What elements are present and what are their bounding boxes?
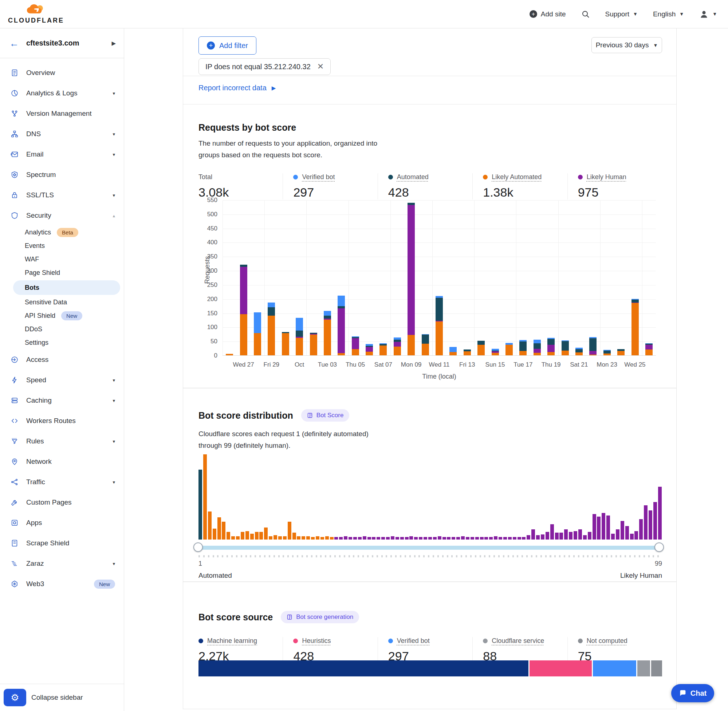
divider — [183, 76, 676, 76]
sidebar-item-events[interactable]: Events — [0, 239, 124, 253]
chart-bar-slot — [236, 200, 250, 356]
sidebar-item-dns[interactable]: DNS▾ — [0, 124, 124, 144]
close-icon[interactable]: ✕ — [317, 63, 324, 71]
stacked-bar — [632, 299, 639, 356]
legend-dot-icon — [483, 639, 488, 643]
histogram-bar-score-44 — [400, 537, 404, 540]
sidebar-item-spectrum[interactable]: Spectrum — [0, 165, 124, 185]
sidebar-item-sensitive-data[interactable]: Sensitive Data — [0, 296, 124, 309]
sidebar-item-security[interactable]: Security▴ — [0, 205, 124, 226]
chart-bar-slot — [348, 200, 362, 356]
sidebar-item-traffic[interactable]: Traffic▾ — [0, 472, 124, 492]
sidebar-item-scrape-shield[interactable]: Scrape Shield — [0, 533, 124, 553]
source-segment-heuristics — [530, 660, 592, 676]
date-range-select[interactable]: Previous 30 days ▼ — [591, 37, 662, 53]
collapse-sidebar-label[interactable]: Collapse sidebar — [31, 693, 83, 702]
sidebar-item-zaraz[interactable]: Zaraz▾ — [0, 553, 124, 574]
chart-plot-area — [223, 200, 656, 356]
sidebar-item-rules[interactable]: Rules▾ — [0, 431, 124, 451]
chevron-down-icon: ▼ — [679, 11, 684, 17]
histogram-bar-score-34 — [353, 537, 357, 540]
bar-segment-likely-automated — [226, 354, 233, 356]
chat-button[interactable]: Chat — [671, 684, 714, 702]
sidebar-item-network[interactable]: Network — [0, 451, 124, 472]
bar-segment-automated — [604, 351, 611, 354]
histogram-bar-score-47 — [414, 537, 418, 540]
site-header: ← cftestsite3.com ▶ — [0, 28, 124, 58]
shield-icon — [10, 211, 19, 220]
sidebar-item-ssl-tls[interactable]: SSL/TLS▾ — [0, 185, 124, 205]
sidebar-item-custom-pages[interactable]: Custom Pages — [0, 492, 124, 513]
slider-track[interactable] — [196, 546, 661, 550]
bar-segment-likely-automated — [645, 350, 653, 356]
stat-label: Total — [198, 173, 283, 181]
site-chevron-right-icon[interactable]: ▶ — [111, 40, 116, 47]
histogram-bar-score-32 — [344, 536, 347, 540]
branch-icon — [10, 109, 19, 118]
sidebar-item-web3[interactable]: Web3New — [0, 574, 124, 594]
source-stat-cloudflare-service: Cloudflare service88 — [473, 637, 567, 663]
source-segment-cloudflare-service — [637, 660, 650, 676]
source-segment-machine-learning — [198, 660, 529, 676]
plus-icon: + — [207, 41, 215, 50]
bar-segment-likely-automated — [282, 333, 289, 356]
histogram-bar-score-56 — [456, 537, 460, 540]
report-incorrect-data-link[interactable]: Report incorrect data ▶ — [198, 84, 276, 92]
stacked-bar — [282, 332, 289, 356]
histogram-bar-score-60 — [475, 537, 479, 540]
stat-label: Not computed — [578, 637, 662, 645]
account-menu[interactable]: ▼ — [699, 9, 717, 19]
add-site-button[interactable]: + Add site — [530, 10, 566, 18]
navbar-actions: + Add site Support ▼ English ▼ ▼ — [530, 9, 717, 19]
histogram-bar-score-23 — [301, 536, 305, 540]
sidebar-item-bots[interactable]: Bots — [13, 280, 120, 295]
histogram-bar-score-66 — [503, 537, 507, 540]
sidebar-item-waf[interactable]: WAF — [0, 253, 124, 266]
histogram-bar-score-67 — [508, 537, 512, 540]
stat-label: Likely Human — [578, 173, 662, 181]
slider-handle-min[interactable] — [193, 543, 203, 552]
chart-bar-slot — [460, 200, 474, 356]
cloudflare-logo[interactable]: CLOUDFLARE — [8, 4, 64, 24]
histogram-bar-score-35 — [358, 537, 362, 540]
slider-handle-max[interactable] — [654, 543, 664, 552]
sidebar-item-apps[interactable]: Apps — [0, 513, 124, 533]
x-tick-label: Thu 05 — [346, 361, 365, 369]
sidebar-item-overview[interactable]: Overview — [0, 63, 124, 83]
sidebar-item-api-shield[interactable]: API ShieldNew — [0, 309, 124, 323]
bar-segment-automated — [589, 338, 597, 351]
stat-label: Verified bot — [293, 173, 377, 181]
language-menu[interactable]: English ▼ — [653, 10, 684, 18]
source-stat-not-computed: Not computed75 — [567, 637, 662, 663]
sidebar-item-version-management[interactable]: Version Management — [0, 103, 124, 124]
histogram-bar-score-61 — [480, 537, 484, 540]
histogram-bar-score-73 — [536, 535, 540, 540]
sidebar-item-analytics-logs[interactable]: Analytics & Logs▾ — [0, 83, 124, 103]
back-arrow-icon[interactable]: ← — [9, 38, 19, 48]
stacked-bar — [477, 341, 485, 356]
source-section-header: Bot score source Bot score generation — [198, 611, 359, 623]
histogram-bar-score-45 — [405, 537, 409, 540]
support-menu[interactable]: Support ▼ — [605, 10, 638, 18]
legend-dot-icon — [483, 175, 488, 180]
sidebar-item-ddos[interactable]: DDoS — [0, 323, 124, 336]
histogram-bar-score-79 — [564, 530, 568, 540]
bot-score-generation-badge[interactable]: Bot score generation — [281, 611, 359, 623]
search-button[interactable] — [581, 10, 590, 19]
sidebar-item-workers-routes[interactable]: Workers Routes — [0, 411, 124, 431]
sidebar-item-analytics[interactable]: AnalyticsBeta — [0, 226, 124, 239]
add-filter-button[interactable]: + Add filter — [198, 36, 256, 55]
bot-score-badge[interactable]: Bot Score — [301, 409, 350, 422]
filter-chip[interactable]: IP does not equal 35.212.240.32 ✕ — [198, 58, 331, 75]
bar-segment-verified-bot — [268, 302, 275, 307]
wrench-icon — [10, 498, 19, 507]
bar-segment-automated — [477, 341, 485, 345]
sidebar-item-page-shield[interactable]: Page Shield — [0, 266, 124, 280]
sidebar-item-settings[interactable]: Settings — [0, 336, 124, 350]
sidebar-item-caching[interactable]: Caching▾ — [0, 390, 124, 411]
section-divider — [183, 388, 676, 388]
sidebar-item-email[interactable]: Email▾ — [0, 144, 124, 165]
sidebar-item-speed[interactable]: Speed▾ — [0, 370, 124, 390]
settings-gear-button[interactable]: ⚙ — [4, 689, 26, 706]
sidebar-item-access[interactable]: Access — [0, 350, 124, 370]
